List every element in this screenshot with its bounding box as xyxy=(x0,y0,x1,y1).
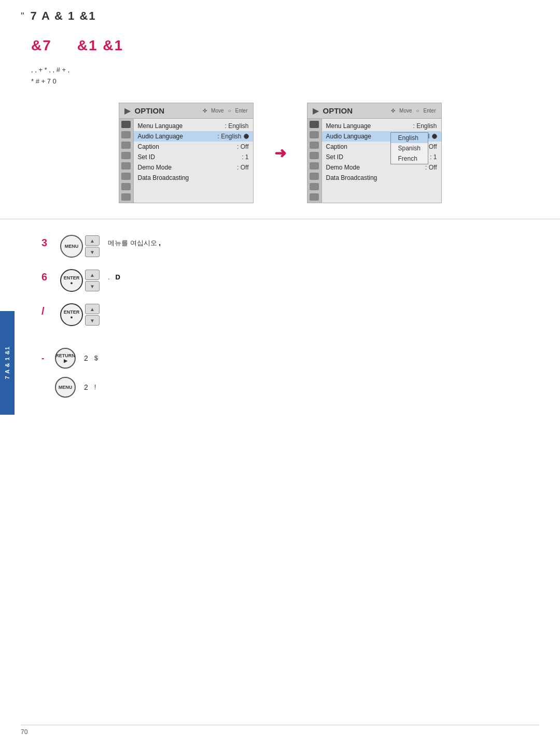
panel2-sidebar-icon-5 xyxy=(310,162,319,170)
step-6-d-label: D xyxy=(115,273,120,281)
panel1-menu-lang-value: : English xyxy=(225,122,248,130)
panel2-menu-lang-label: Menu Language xyxy=(326,122,413,130)
panel1-caption-value: : Off xyxy=(237,143,248,150)
panel1-row-menu-lang: Menu Language : English xyxy=(134,121,253,131)
sidebar-icon-6 xyxy=(121,173,131,180)
step-6-desc: . D xyxy=(108,269,529,283)
panel1-enter-label: Enter xyxy=(235,108,248,114)
bottom-step-dash-2 xyxy=(41,383,49,392)
top-header: " 7 A & 1 &1 xyxy=(0,0,560,28)
dropdown-item-french[interactable]: French xyxy=(391,153,428,164)
sidebar-icon-5 xyxy=(121,162,131,170)
page-title-prefix: &7 xyxy=(31,37,52,53)
step-3-up-arrow[interactable]: ▲ xyxy=(85,235,100,246)
panel2-sidebar-icon-2 xyxy=(310,131,319,138)
panel1-controls: ✜ Move ○ Enter xyxy=(203,108,247,114)
step-6-buttons: ENTER● ▲ ▼ xyxy=(60,269,100,292)
panel1-title: OPTION xyxy=(135,106,165,115)
step-3-highlight: , xyxy=(159,239,161,247)
step-3-desc: 메뉴를 여십시오 , xyxy=(108,235,529,248)
bottom-steps: - RETURN▶ 2 $ MENU 2 ! xyxy=(0,348,560,416)
step-slash-arrows: ▲ ▼ xyxy=(85,304,100,326)
page-title-section: &7 &1 &1 xyxy=(0,28,560,59)
dropdown-item-english[interactable]: English xyxy=(391,133,428,143)
panel1-data-label: Data Broadcasting xyxy=(138,174,249,181)
return-btn[interactable]: RETURN▶ xyxy=(55,348,76,369)
panel2-sidebar-icon-3 xyxy=(310,142,319,149)
panel1-menu-lang-label: Menu Language xyxy=(138,122,225,130)
panel1-row-setid: Set ID : 1 xyxy=(134,152,253,162)
panel1-demo-label: Demo Mode xyxy=(138,164,237,171)
panel1-row-demo: Demo Mode : Off xyxy=(134,162,253,173)
sidebar-icon-4 xyxy=(121,152,131,159)
step-slash-up-arrow[interactable]: ▲ xyxy=(85,304,100,314)
panel2-sidebar-icon-1 xyxy=(310,121,319,128)
bottom-menu-btn[interactable]: MENU xyxy=(55,377,76,398)
panel1-sidebar xyxy=(119,119,134,203)
vertical-sidebar: 7 A & 1 &1 xyxy=(0,311,15,415)
sidebar-icon-8 xyxy=(121,193,131,201)
panel2-row-menu-lang: Menu Language : English xyxy=(322,121,441,131)
bottom-step-menu: MENU 2 ! xyxy=(41,377,529,398)
step-6-up-arrow[interactable]: ▲ xyxy=(85,270,100,280)
step-6-arrows: ▲ ▼ xyxy=(85,270,100,291)
step-slash-down-arrow[interactable]: ▼ xyxy=(85,315,100,326)
panel2-sidebar-icon-4 xyxy=(310,152,319,159)
panel1-audio-lang-label: Audio Language xyxy=(138,133,218,140)
bottom-step-return-desc: $ xyxy=(94,353,529,363)
panel1-row-audio-lang: Audio Language : English xyxy=(134,131,253,142)
panel2-header: ▶ OPTION ✜ Move ○ Enter xyxy=(307,103,441,119)
bottom-menu-btn-label: MENU xyxy=(59,385,73,390)
step-slash-enter-btn[interactable]: ENTER● xyxy=(60,303,83,326)
sidebar-icon-7 xyxy=(121,183,131,190)
panel1-setid-value: : 1 xyxy=(242,153,248,161)
description-line1: , , + * , , # + , xyxy=(31,64,529,76)
panel2-row-data: Data Broadcasting xyxy=(322,173,441,183)
panel1-body: Menu Language : English Audio Language :… xyxy=(119,119,253,203)
page-bottom: 70 xyxy=(21,725,539,736)
panel2-move-icon: ✜ xyxy=(391,108,395,114)
step-slash-buttons: ENTER● ▲ ▼ xyxy=(60,303,100,326)
panel1-row-caption: Caption : Off xyxy=(134,142,253,152)
description-line2: * # + 7 0 xyxy=(31,76,529,87)
language-dropdown[interactable]: English Spanish French xyxy=(390,132,428,164)
page-number: 70 xyxy=(21,728,27,736)
step-6-number: 6 xyxy=(41,271,52,283)
step-slash-number: / xyxy=(41,305,52,317)
step-6-enter-btn[interactable]: ENTER● xyxy=(60,269,83,292)
panel2-audio-radio xyxy=(432,134,437,139)
steps-section: 3 MENU ▲ ▼ 메뉴를 여십시오 , 6 ENTER● ▲ ▼ xyxy=(0,224,560,348)
step-3-menu-btn[interactable]: MENU xyxy=(60,235,83,258)
panel1-header: ▶ OPTION ✜ Move ○ Enter xyxy=(119,103,253,119)
option-panel-1: ▶ OPTION ✜ Move ○ Enter xyxy=(119,103,254,203)
panel2-demo-label: Demo Mode xyxy=(326,164,426,171)
panel1-move-label: Move xyxy=(211,108,223,114)
option-panel-2: ▶ OPTION ✜ Move ○ Enter xyxy=(307,103,442,203)
panel2-enter-icon: ○ xyxy=(416,108,419,114)
step-6-enter-label: ENTER● xyxy=(64,275,80,286)
panel2-title: OPTION xyxy=(323,106,353,115)
panel2-menu-lang-value: : English xyxy=(413,122,437,130)
step-6-down-arrow[interactable]: ▼ xyxy=(85,281,100,291)
sidebar-icon-1 xyxy=(121,121,131,128)
panel2-sidebar-icon-7 xyxy=(310,183,319,190)
panel2-spacer xyxy=(322,183,441,199)
panel2-header-left: ▶ OPTION xyxy=(313,106,353,116)
bottom-step-menu-desc: ! xyxy=(94,382,529,392)
description-section: , , + * , , # + , * # + 7 0 xyxy=(0,59,560,97)
panel1-row-data: Data Broadcasting xyxy=(134,173,253,183)
dropdown-item-spanish[interactable]: Spanish xyxy=(391,143,428,153)
panel2-sidebar-icon-6 xyxy=(310,173,319,180)
vertical-sidebar-text: 7 A & 1 &1 xyxy=(4,346,10,379)
panel1-content: Menu Language : English Audio Language :… xyxy=(134,119,253,203)
page-title-main: &1 &1 xyxy=(77,37,123,53)
step-3-down-arrow[interactable]: ▼ xyxy=(85,247,100,257)
panel1-demo-value: : Off xyxy=(237,164,248,171)
step-3-menu-label: MENU xyxy=(65,244,79,249)
step-3: 3 MENU ▲ ▼ 메뉴를 여십시오 , xyxy=(41,235,529,258)
panel2-setid-value: : 1 xyxy=(430,153,437,161)
bottom-step-menu-num: 2 xyxy=(84,383,88,391)
page-title: &7 &1 &1 xyxy=(31,37,123,53)
panel2-move-label: Move xyxy=(399,108,412,114)
panel1-icon: ▶ xyxy=(124,106,131,116)
